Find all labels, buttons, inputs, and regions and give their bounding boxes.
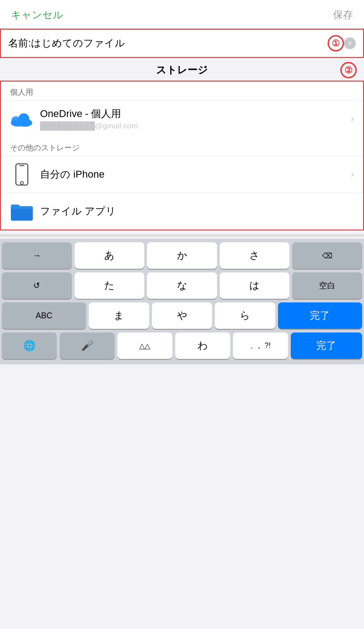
- keyboard-row-4: 🌐 🎤 △△ わ 、。?! 完了: [2, 332, 362, 359]
- chevron-icon-iphone: ›: [351, 169, 354, 180]
- key-space[interactable]: 空白: [292, 272, 362, 299]
- top-bar: キャンセル 保存: [0, 0, 364, 29]
- onedrive-subtitle: ██████████@gmail.com: [40, 122, 351, 131]
- keyboard-row-3: ABC ま や ら 完了: [2, 302, 362, 329]
- svg-rect-4: [11, 121, 32, 125]
- svg-rect-6: [19, 165, 24, 166]
- files-app-item[interactable]: ファイル アプリ: [1, 193, 363, 230]
- key-ya[interactable]: や: [152, 302, 212, 329]
- onedrive-item[interactable]: OneDrive - 個人用 ██████████@gmail.com ›: [1, 100, 363, 137]
- badge-2: ②: [340, 62, 357, 78]
- section-label-other: その他のストレージ: [1, 137, 363, 156]
- key-ka[interactable]: か: [147, 242, 217, 269]
- key-mic[interactable]: 🎤: [60, 332, 115, 359]
- iphone-title: 自分の iPhone: [40, 168, 351, 181]
- storage-list: 個人用 OneDrive - 個人用 ██████████@gmail.com …: [0, 81, 364, 230]
- key-ma[interactable]: ま: [89, 302, 149, 329]
- iphone-item[interactable]: 自分の iPhone ›: [1, 156, 363, 193]
- key-done-4[interactable]: 完了: [291, 332, 362, 359]
- storage-title: ストレージ: [156, 63, 208, 77]
- name-input[interactable]: [31, 37, 324, 49]
- svg-point-7: [20, 181, 24, 184]
- key-backspace[interactable]: ⌫: [292, 242, 362, 269]
- content-divider: [0, 234, 364, 237]
- iphone-text: 自分の iPhone: [40, 168, 351, 181]
- name-field-container: 名前: ① ×: [0, 29, 364, 58]
- name-label: 名前:: [8, 36, 31, 50]
- key-globe[interactable]: 🌐: [2, 332, 57, 359]
- save-button[interactable]: 保存: [333, 8, 353, 22]
- keyboard: → あ か さ ⌫ ↺ た な は 空白 ABC ま や ら 完了 🌐 🎤 △△…: [0, 239, 364, 364]
- keyboard-row-1: → あ か さ ⌫: [2, 242, 362, 269]
- iphone-icon: [10, 163, 34, 186]
- key-ra[interactable]: ら: [215, 302, 275, 329]
- key-na[interactable]: な: [147, 272, 217, 299]
- key-undo[interactable]: ↺: [2, 272, 72, 299]
- onedrive-icon: [10, 107, 34, 131]
- key-abc[interactable]: ABC: [2, 302, 86, 329]
- badge-1: ①: [328, 35, 344, 51]
- section-label-personal: 個人用: [1, 82, 363, 100]
- files-app-title: ファイル アプリ: [40, 205, 354, 218]
- storage-header: ストレージ ②: [0, 58, 364, 81]
- key-ha[interactable]: は: [220, 272, 290, 299]
- key-tenten[interactable]: △△: [117, 332, 172, 359]
- key-done-3[interactable]: 完了: [278, 302, 362, 329]
- key-a[interactable]: あ: [75, 242, 145, 269]
- chevron-icon: ›: [351, 113, 354, 125]
- key-arrow[interactable]: →: [2, 242, 72, 269]
- onedrive-text: OneDrive - 個人用 ██████████@gmail.com: [40, 107, 351, 131]
- clear-button[interactable]: ×: [344, 37, 356, 49]
- keyboard-row-2: ↺ た な は 空白: [2, 272, 362, 299]
- folder-icon: [10, 199, 34, 223]
- key-ta[interactable]: た: [75, 272, 145, 299]
- key-wa[interactable]: わ: [175, 332, 230, 359]
- key-punct[interactable]: 、。?!: [233, 332, 288, 359]
- cancel-button[interactable]: キャンセル: [11, 8, 63, 22]
- key-sa[interactable]: さ: [220, 242, 290, 269]
- files-app-text: ファイル アプリ: [40, 205, 354, 218]
- onedrive-title: OneDrive - 個人用: [40, 107, 351, 121]
